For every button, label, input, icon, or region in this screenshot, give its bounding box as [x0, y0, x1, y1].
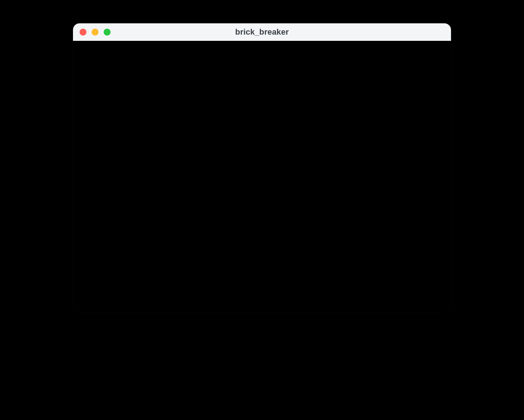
- game-canvas[interactable]: [73, 41, 451, 312]
- zoom-button[interactable]: [104, 29, 111, 36]
- traffic-lights-group: [80, 29, 111, 36]
- app-window: brick_breaker: [73, 23, 451, 312]
- window-title: brick_breaker: [235, 27, 289, 37]
- minimize-button[interactable]: [92, 29, 99, 36]
- close-button[interactable]: [80, 29, 86, 36]
- window-titlebar[interactable]: brick_breaker: [73, 23, 451, 41]
